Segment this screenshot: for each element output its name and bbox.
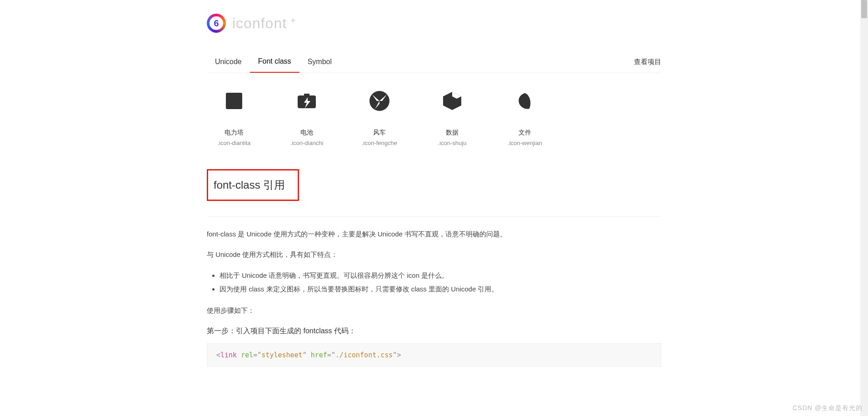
icon-label: 电力塔 [224,129,244,137]
icon-cell-shuju[interactable]: 数据 .icon-shuju [429,90,475,146]
scrollbar[interactable] [860,0,868,381]
section-title: font-class 引用 [214,178,285,192]
svg-rect-0 [226,93,242,109]
icon-grid: 电力塔 .icon-dianlita 电池 .icon-dianchi 风车 .… [211,90,661,146]
section-title-highlight: font-class 引用 [207,169,299,201]
icon-class: .icon-shuju [438,140,467,146]
logo-icon [207,14,226,33]
code-tag: link [220,351,237,359]
icon-cell-dianlita[interactable]: 电力塔 .icon-dianlita [211,90,257,146]
scrollbar-thumb[interactable] [861,0,867,18]
tab-unicode[interactable]: Unicode [207,51,250,72]
code-val: ./iconfont.css [335,351,393,359]
tab-symbol[interactable]: Symbol [299,51,340,72]
icon-label: 文件 [519,129,531,137]
file-icon [514,90,536,112]
list-item: 因为使用 class 来定义图标，所以当要替换图标时，只需要修改 class 里… [219,282,661,296]
code-block: <link rel="stylesheet" href="./iconfont.… [207,343,661,367]
code-val: stylesheet [261,351,302,359]
icon-cell-fengche[interactable]: 风车 .icon-fengche [357,90,402,146]
page-content: iconfont + Unicode Font class Symbol 查看项… [207,0,661,381]
view-project-link[interactable]: 查看项目 [634,51,661,73]
icon-label: 风车 [373,129,386,137]
icon-class: .icon-fengche [362,140,397,146]
paragraph: font-class 是 Unicode 使用方式的一种变种，主要是解决 Uni… [207,228,661,240]
code-attr: rel [241,351,253,359]
icon-cell-dianchi[interactable]: 电池 .icon-dianchi [284,90,329,146]
paragraph: 使用步骤如下： [207,304,661,316]
paragraph: 与 Unicode 使用方式相比，具有如下特点： [207,248,661,261]
divider [207,216,661,217]
bullet-list: 相比于 Unicode 语意明确，书写更直观。可以很容易分辨这个 icon 是什… [207,269,661,296]
battery-icon [295,90,318,112]
tabs: Unicode Font class Symbol 查看项目 [207,51,661,73]
icon-class: .icon-dianlita [218,140,251,146]
icon-label: 电池 [300,129,313,137]
icon-cell-wenjian[interactable]: 文件 .icon-wenjian [502,90,548,146]
data-icon [441,90,464,112]
icon-class: .icon-dianchi [290,140,324,146]
step-heading: 第一步：引入项目下面生成的 fontclass 代码： [207,326,661,336]
code-attr: href [311,351,327,359]
windmill-icon [368,90,391,112]
tab-fontclass[interactable]: Font class [250,51,299,73]
list-item: 相比于 Unicode 语意明确，书写更直观。可以很容易分辨这个 icon 是什… [219,269,661,282]
plus-icon: + [290,15,296,26]
logo-text: iconfont [232,15,287,32]
icon-label: 数据 [446,129,459,137]
icon-class: .icon-wenjian [508,140,542,146]
logo: iconfont + [207,14,661,33]
tower-icon [223,90,245,112]
